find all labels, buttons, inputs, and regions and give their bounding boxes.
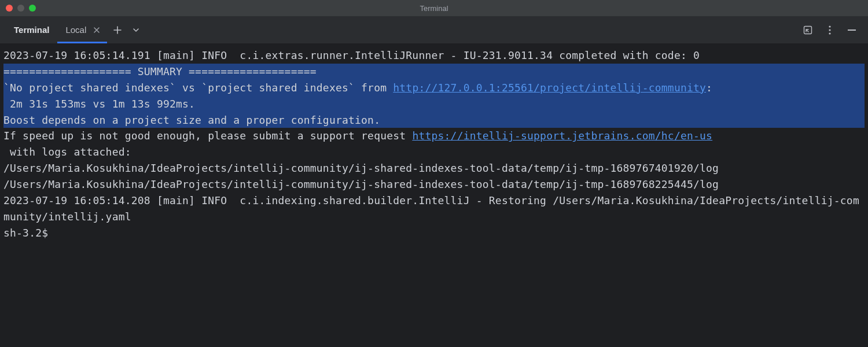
project-url-link[interactable]: http://127.0.0.1:25561/project/intellij-… [393, 82, 706, 94]
log-path-1: /Users/Maria.Kosukhina/IdeaProjects/inte… [3, 160, 865, 176]
log-line: 2023-07-19 16:05:14.191 [main] INFO c.i.… [3, 47, 865, 64]
terminal-tabbar: Terminal Local [0, 16, 868, 44]
close-tab-icon[interactable] [92, 25, 101, 35]
tab-label: Local [65, 25, 86, 35]
tab-local[interactable]: Local [57, 16, 107, 43]
restore-line: 2023-07-19 16:05:14.208 [main] INFO c.i.… [3, 193, 865, 225]
support-text: If speed up is not good enough, please s… [3, 130, 412, 142]
with-logs-line: with logs attached: [3, 144, 865, 160]
window-controls [0, 5, 36, 12]
summary-header: ==================== SUMMARY ===========… [3, 64, 865, 80]
compare-text: `No project shared indexes` vs `project … [3, 82, 393, 94]
support-line: If speed up is not good enough, please s… [3, 128, 865, 144]
log-path-2: /Users/Maria.Kosukhina/IdeaProjects/inte… [3, 176, 865, 193]
support-url-link[interactable]: https://intellij-support.jetbrains.com/h… [412, 130, 712, 142]
shell-prompt[interactable]: sh-3.2$ [3, 225, 865, 241]
window-title: Terminal [420, 4, 448, 13]
svg-rect-0 [804, 26, 812, 34]
summary-boost-line: Boost depends on a project size and a pr… [3, 112, 865, 128]
window-maximize-button[interactable] [29, 5, 36, 12]
toolwindow-actions [802, 24, 862, 36]
svg-point-3 [829, 32, 830, 34]
terminal-output[interactable]: 2023-07-19 16:05:14.191 [main] INFO c.i.… [0, 44, 868, 245]
window-titlebar: Terminal [0, 0, 868, 16]
svg-point-2 [829, 29, 830, 31]
summary-timing-line: 2m 31s 153ms vs 1m 13s 992ms. [3, 96, 865, 112]
move-to-editor-icon[interactable] [802, 24, 814, 36]
summary-compare-line: `No project shared indexes` vs `project … [3, 80, 865, 96]
prompt-text: sh-3.2$ [3, 227, 54, 239]
compare-colon: : [706, 82, 712, 94]
window-close-button[interactable] [6, 5, 13, 12]
options-icon[interactable] [824, 24, 836, 36]
toolwindow-title[interactable]: Terminal [6, 16, 57, 43]
new-tab-button[interactable] [109, 22, 126, 38]
svg-point-1 [829, 25, 830, 27]
hide-toolwindow-icon[interactable] [846, 24, 858, 36]
window-minimize-button[interactable] [17, 5, 24, 12]
tab-dropdown-button[interactable] [128, 22, 144, 38]
cursor [54, 227, 56, 239]
